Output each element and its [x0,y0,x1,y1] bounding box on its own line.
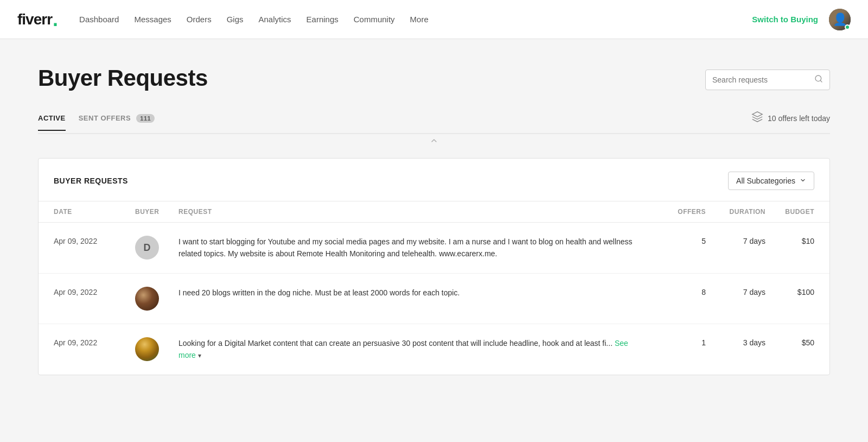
row-offers: 1 [657,337,706,347]
page-header: Buyer Requests [38,39,830,102]
offers-left-indicator: 10 offers left today [751,111,830,133]
search-icon [814,74,823,85]
row-request-text: I want to start blogging for Youtube and… [178,236,657,260]
user-avatar[interactable]: 👤 [829,9,851,30]
table-header: DATE BUYER REQUEST OFFERS DURATION BUDGE… [39,201,829,223]
buyer-avatar-cell [135,287,178,311]
col-request-header: REQUEST [178,208,657,216]
navbar: fiverr. Dashboard Messages Orders Gigs A… [0,0,868,39]
card-header: BUYER REQUESTS All Subcategories [39,159,829,201]
card-title: BUYER REQUESTS [54,176,128,185]
row-budget: $100 [765,287,814,296]
nav-more[interactable]: More [410,15,429,24]
row-offers: 8 [657,287,706,296]
nav-messages[interactable]: Messages [134,15,171,24]
buyer-avatar: D [135,236,159,260]
buyer-avatar [135,337,159,361]
row-duration: 7 days [706,236,765,245]
nav-earnings[interactable]: Earnings [307,15,339,24]
nav-community[interactable]: Community [354,15,395,24]
online-status-indicator [845,24,850,30]
chevron-down-icon [800,176,806,185]
subcategory-label: All Subcategories [736,176,795,185]
sent-offers-badge: 111 [136,114,155,123]
nav-orders[interactable]: Orders [187,15,212,24]
search-input[interactable] [712,75,810,84]
row-budget: $10 [765,236,814,245]
tabs-left: ACTIVE SENT OFFERS 111 [38,114,155,130]
row-duration: 7 days [706,287,765,296]
buyer-avatar [135,287,159,311]
row-duration: 3 days [706,337,765,347]
buyer-requests-card: BUYER REQUESTS All Subcategories DATE BU… [38,158,830,375]
tab-active[interactable]: ACTIVE [38,114,66,131]
row-date: Apr 09, 2022 [54,287,135,296]
table-row: Apr 09, 2022 I need 20 blogs written in … [39,274,829,324]
see-more-arrow-icon: ▾ [198,352,201,359]
svg-line-1 [820,80,822,82]
col-date-header: DATE [54,208,135,216]
offers-icon [751,111,763,125]
nav-gigs[interactable]: Gigs [227,15,244,24]
buyer-avatar-cell: D [135,236,178,260]
search-box[interactable] [705,70,830,90]
row-offers: 5 [657,236,706,245]
nav-dashboard[interactable]: Dashboard [79,15,119,24]
nav-right: Switch to Buying 👤 [752,9,851,30]
tabs-bar: ACTIVE SENT OFFERS 111 10 offers left to… [38,102,830,134]
nav-links: Dashboard Messages Orders Gigs Analytics… [79,15,752,24]
buyer-avatar-cell [135,337,178,361]
row-request-text: Looking for a Digital Market content tha… [178,337,657,362]
page-title: Buyer Requests [38,65,208,91]
logo[interactable]: fiverr. [17,10,58,29]
row-budget: $50 [765,337,814,347]
row-request-text: I need 20 blogs written in the dog niche… [178,287,657,299]
row-date: Apr 09, 2022 [54,236,135,245]
tab-sent-offers[interactable]: SENT OFFERS 111 [79,114,155,130]
logo-text: fiverr [17,11,52,28]
col-budget-header: BUDGET [765,208,814,216]
logo-dot: . [53,10,58,29]
collapse-arrow[interactable] [38,134,830,147]
col-buyer-header: BUYER [135,208,178,216]
subcategory-dropdown[interactable]: All Subcategories [728,172,814,190]
table-row: Apr 09, 2022 Looking for a Digital Marke… [39,324,829,375]
row-date: Apr 09, 2022 [54,337,135,347]
col-duration-header: DURATION [706,208,765,216]
switch-to-buying-button[interactable]: Switch to Buying [752,15,818,24]
table-row: Apr 09, 2022 D I want to start blogging … [39,223,829,274]
col-offers-header: OFFERS [657,208,706,216]
nav-analytics[interactable]: Analytics [259,15,291,24]
offers-left-text: 10 offers left today [768,114,830,123]
